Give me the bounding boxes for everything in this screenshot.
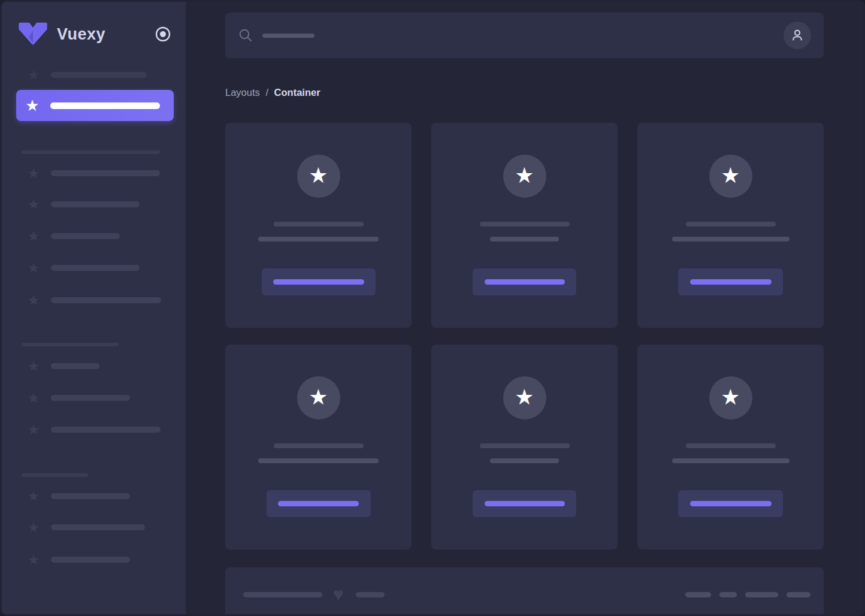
skeleton-bar [51, 201, 140, 207]
button-label-skeleton [273, 279, 364, 285]
card-action-button[interactable] [473, 490, 576, 517]
skeleton-bar [51, 170, 160, 176]
skeleton-bar [51, 427, 161, 433]
brand: Vuexy [2, 2, 186, 47]
skeleton-subtitle [258, 237, 379, 241]
star-icon: ★ [26, 166, 41, 180]
skeleton-title [686, 443, 776, 448]
feature-card: ★ [637, 123, 824, 328]
sidebar-item[interactable]: ★ [2, 422, 186, 437]
star-circle: ★ [297, 376, 340, 419]
sidebar-item[interactable]: ★ [2, 552, 186, 567]
heart-icon[interactable]: ♥ [333, 587, 344, 602]
footer-card: ♥ [225, 567, 824, 616]
star-icon: ★ [721, 165, 740, 186]
star-icon: ★ [26, 391, 41, 405]
breadcrumb: Layouts / Container [225, 86, 824, 99]
footer-row: ♥ [243, 587, 810, 602]
sidebar-item[interactable]: ★ [2, 229, 186, 243]
skeleton-subtitle [490, 237, 559, 241]
skeleton-bar [51, 395, 130, 401]
star-circle: ★ [503, 155, 546, 198]
skeleton-bar [51, 493, 130, 499]
star-icon: ★ [26, 293, 41, 307]
skeleton-bar [51, 524, 145, 530]
user-avatar-button[interactable] [784, 22, 811, 49]
button-label-skeleton [485, 501, 565, 506]
sidebar-item[interactable]: ★ [2, 68, 186, 82]
star-icon: ★ [26, 552, 41, 567]
search-input[interactable] [238, 13, 784, 58]
skeleton-bar [51, 72, 147, 78]
skeleton-link [719, 592, 737, 597]
skeleton-title [686, 222, 776, 227]
star-icon: ★ [26, 489, 41, 503]
skeleton-subtitle [672, 237, 790, 241]
footer-links [685, 592, 810, 597]
search-placeholder-skeleton [262, 34, 314, 38]
star-icon: ★ [26, 229, 41, 243]
star-icon: ★ [515, 386, 534, 408]
star-icon: ★ [26, 422, 41, 437]
feature-card: ★ [431, 123, 618, 328]
app-bar [225, 13, 824, 58]
star-icon: ★ [26, 197, 41, 212]
sidebar-item[interactable]: ★ [2, 359, 186, 373]
star-circle: ★ [297, 155, 340, 198]
search-icon [238, 28, 253, 43]
skeleton-title [480, 222, 570, 227]
app-window: Vuexy ★ ★ ★ ★ [0, 0, 865, 616]
skeleton-title [480, 443, 570, 448]
card-action-button[interactable] [678, 490, 783, 517]
skeleton-link [787, 592, 810, 597]
breadcrumb-section[interactable]: Layouts [225, 87, 260, 98]
button-label-skeleton [690, 501, 772, 506]
sidebar-item[interactable]: ★ [2, 520, 186, 535]
sidebar-item-active[interactable]: ★ [16, 90, 174, 121]
sidebar-item[interactable]: ★ [2, 489, 186, 503]
vuexy-logo-icon [18, 22, 48, 47]
skeleton-bar [51, 297, 161, 303]
feature-card: ★ [225, 345, 412, 549]
skeleton-link [745, 592, 778, 597]
star-icon: ★ [721, 386, 740, 408]
skeleton-subtitle [490, 458, 559, 463]
brand-name: Vuexy [57, 25, 105, 44]
star-icon: ★ [515, 165, 534, 186]
card-action-button[interactable] [473, 268, 576, 295]
skeleton-subtitle [258, 458, 379, 463]
button-label-skeleton [485, 279, 565, 285]
nav-toggle-icon[interactable] [155, 26, 171, 43]
sidebar: Vuexy ★ ★ ★ ★ [2, 2, 186, 614]
sidebar-item[interactable]: ★ [2, 166, 186, 180]
skeleton-link [685, 592, 711, 597]
skeleton-bar [51, 363, 99, 369]
card-action-button[interactable] [262, 268, 376, 295]
button-label-skeleton [278, 501, 359, 506]
star-circle: ★ [503, 376, 546, 419]
star-circle: ★ [709, 376, 752, 419]
skeleton-title [274, 222, 364, 227]
user-icon [790, 28, 805, 43]
star-icon: ★ [26, 359, 41, 373]
skeleton-bar [51, 265, 140, 271]
skeleton-bar [51, 557, 130, 563]
menu-section-skeleton [22, 343, 119, 346]
card-action-button[interactable] [678, 268, 783, 295]
star-circle: ★ [709, 155, 752, 198]
feature-card: ★ [431, 345, 618, 549]
menu-section-skeleton [22, 150, 160, 154]
skeleton-bar [50, 102, 160, 109]
main-content: Layouts / Container ★ ★ [186, 2, 863, 614]
star-icon: ★ [309, 386, 328, 408]
feature-card: ★ [637, 345, 824, 549]
skeleton-title [274, 443, 364, 448]
sidebar-item[interactable]: ★ [2, 197, 186, 212]
sidebar-item[interactable]: ★ [2, 261, 186, 275]
star-icon: ★ [26, 261, 41, 275]
breadcrumb-separator: / [265, 87, 268, 98]
card-action-button[interactable] [267, 490, 371, 517]
sidebar-item[interactable]: ★ [2, 293, 186, 307]
sidebar-item[interactable]: ★ [2, 391, 186, 405]
star-icon: ★ [26, 520, 41, 535]
